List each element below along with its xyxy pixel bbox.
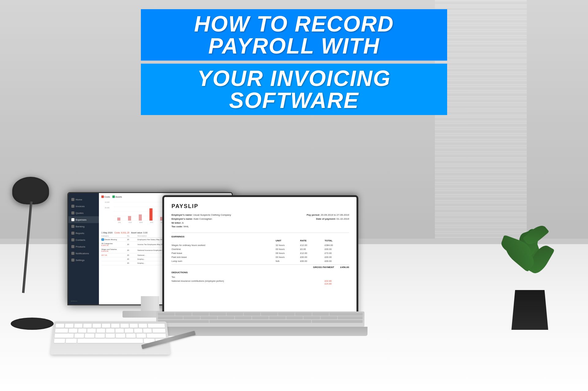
blind-slat <box>435 49 527 55</box>
sidebar-item-invoices[interactable]: Invoices <box>68 203 99 210</box>
title-line2-container: YOUR INVOICING SOFTWARE <box>141 64 447 115</box>
key <box>126 333 136 338</box>
app-logo: debitoor <box>71 300 77 302</box>
sidebar-item-reports[interactable]: Reports <box>68 230 99 236</box>
sidebar-item-products[interactable]: Products <box>68 243 99 250</box>
key <box>137 333 146 338</box>
sidebar-item-quotes[interactable]: Quotes <box>68 210 99 216</box>
title-line1-text: HOW TO RECORD PAYROLL WITH <box>194 12 394 58</box>
key <box>295 313 312 315</box>
payslip-row-lump-sum: Lump sum N/A £00.00 £00.00 <box>172 259 349 263</box>
assets-checkbox[interactable]: Assets <box>112 195 122 198</box>
sidebar-item-contacts[interactable]: Contacts <box>68 236 99 243</box>
expenses-icon <box>71 218 74 221</box>
key <box>312 320 363 322</box>
key <box>85 333 94 338</box>
blind-slat <box>435 196 527 202</box>
blind-slat <box>435 98 527 104</box>
key <box>87 329 96 333</box>
desk-lamp <box>9 177 58 330</box>
sidebar-item-expenses[interactable]: Expenses <box>68 216 99 223</box>
shift-key-right <box>147 333 166 338</box>
keyboard-row <box>55 329 166 333</box>
key <box>74 333 84 338</box>
plant-leaves <box>502 201 557 293</box>
key <box>192 313 209 315</box>
key <box>201 316 217 319</box>
blind-slat <box>435 147 527 153</box>
sidebar-item-banking[interactable]: Banking <box>68 223 99 230</box>
blind-slat <box>435 128 527 135</box>
svg-text:MAR: MAR <box>139 222 143 223</box>
key <box>65 324 74 328</box>
notifications-icon <box>71 252 74 255</box>
blind-slat <box>435 18 527 24</box>
svg-text:JAN: JAN <box>118 222 121 223</box>
key <box>106 329 115 333</box>
keyboard-keys <box>156 311 364 324</box>
blind-slat <box>435 55 527 61</box>
key <box>130 324 138 328</box>
earnings-columns-header: UNIT RATE TOTAL <box>172 239 349 242</box>
svg-text:25,000: 25,000 <box>105 207 110 209</box>
payslip-row-sick-leave: Paid sick leave 00 hours £00.00 £00.00 <box>172 255 349 259</box>
blind-slat <box>435 135 527 141</box>
key <box>143 329 152 333</box>
sidebar-item-notifications[interactable]: Notifications <box>68 250 99 257</box>
invoices-icon <box>71 205 74 208</box>
key <box>235 316 251 319</box>
key <box>95 333 105 338</box>
keyboard-row-1 <box>158 313 363 315</box>
payslip-row-paid-leave: Paid leave 06 hours £12.00 £72.00 <box>172 251 349 255</box>
title-overlay: HOW TO RECORD PAYROLL WITH YOUR INVOICIN… <box>141 9 447 115</box>
blind-slat <box>435 110 527 116</box>
key <box>269 316 286 319</box>
svg-rect-14 <box>128 216 131 221</box>
pay-period-info: Pay period: 20-09-2019 to 27-09-2019 Dat… <box>307 213 349 229</box>
blind-slat <box>435 73 527 80</box>
blind-slat <box>435 141 527 147</box>
space-key <box>77 339 143 343</box>
svg-text:FEB: FEB <box>129 222 132 223</box>
svg-rect-16 <box>149 208 153 221</box>
sidebar-item-settings[interactable]: Settings <box>68 257 99 263</box>
key <box>106 333 115 338</box>
blind-slat <box>435 24 527 31</box>
contacts-icon <box>71 238 74 241</box>
gross-payment-row: GROSS PAYMENT £456.00 <box>172 264 349 269</box>
key <box>97 329 105 333</box>
sidebar-item-home[interactable]: Home <box>68 196 99 203</box>
lamp-base <box>11 318 54 330</box>
key <box>209 313 226 315</box>
payslip-header: Employer's name: Usual Suspects Clothing… <box>172 213 349 229</box>
key <box>209 320 311 322</box>
blind-slat <box>435 67 527 73</box>
blind-slat <box>435 184 527 190</box>
reports-icon <box>71 232 74 235</box>
keyboard-row <box>55 324 165 328</box>
key <box>111 324 119 328</box>
key <box>92 324 101 328</box>
desk-keyboard <box>50 322 170 355</box>
quotes-icon <box>71 211 74 214</box>
home-icon <box>71 198 74 201</box>
title-line1-container: HOW TO RECORD PAYROLL WITH <box>141 9 447 64</box>
key <box>115 329 124 333</box>
banking-icon <box>71 225 74 228</box>
key <box>158 316 183 319</box>
lamp-arm <box>22 201 32 293</box>
payslip-title: PAYSLIP <box>172 203 349 210</box>
payslip-document: PAYSLIP Employer's name: Usual Suspects … <box>164 197 356 322</box>
title-line2-text: YOUR INVOICING SOFTWARE <box>197 66 391 113</box>
blind-slat <box>435 116 527 122</box>
blind-slat <box>435 0 527 6</box>
key <box>125 329 133 333</box>
costs-checkbox[interactable]: Costs <box>101 195 110 198</box>
payslip-divider <box>172 233 349 233</box>
payslip-row-ni: National insurance contributions (employ… <box>172 279 349 286</box>
key <box>78 329 87 333</box>
laptop-screen: PAYSLIP Employer's name: Usual Suspects … <box>162 195 358 324</box>
key <box>278 313 295 315</box>
enter-key <box>153 329 165 333</box>
costs-checkbox-icon <box>101 195 104 198</box>
